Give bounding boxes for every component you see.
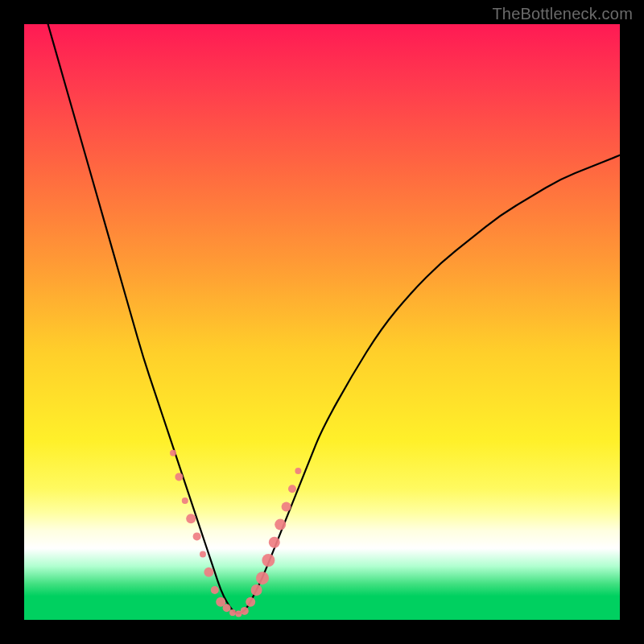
highlighted-point: [200, 551, 206, 558]
highlighted-point: [170, 450, 176, 456]
highlighted-point: [223, 604, 231, 612]
highlighted-point: [241, 607, 249, 615]
highlighted-point: [246, 597, 255, 607]
highlighted-point: [262, 554, 275, 567]
highlighted-point: [251, 584, 262, 596]
highlighted-point: [282, 502, 291, 511]
highlighted-point: [229, 609, 236, 616]
watermark-text: TheBottleneck.com: [492, 5, 633, 23]
highlighted-point: [275, 519, 286, 530]
highlighted-point: [295, 468, 301, 474]
chart-stage: TheBottleneck.com: [0, 0, 644, 644]
highlighted-point: [204, 568, 213, 577]
highlighted-point: [186, 514, 196, 523]
highlighted-point: [193, 532, 201, 540]
highlighted-point: [175, 473, 183, 481]
highlighted-point: [288, 485, 296, 493]
highlighted-points-group: [170, 450, 301, 617]
highlighted-point: [256, 572, 269, 584]
highlighted-point: [182, 497, 188, 504]
bottleneck-curve: [48, 24, 620, 613]
highlighted-point: [269, 537, 280, 548]
plot-area: [24, 24, 620, 620]
chart-svg: [24, 24, 620, 620]
highlighted-point: [211, 586, 219, 594]
